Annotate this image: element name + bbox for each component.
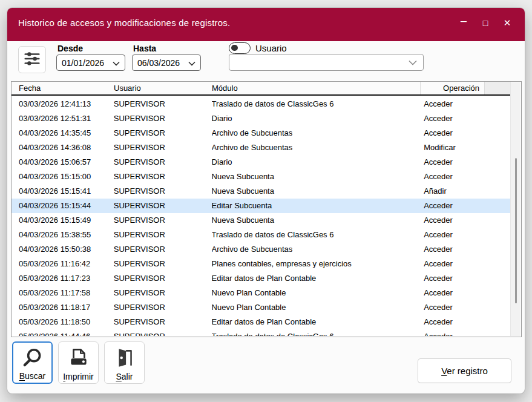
table-cell: SUPERVISOR: [114, 315, 212, 329]
table-cell: Nueva Subcuenta: [212, 213, 420, 228]
table-cell: Acceder: [419, 155, 511, 170]
table-cell: SUPERVISOR: [114, 170, 212, 184]
table-cell: 04/03/2026 15:06:57: [11, 155, 114, 170]
column-header-usuario[interactable]: Usuario: [114, 82, 212, 94]
table-cell: Acceder: [419, 242, 511, 257]
table-row[interactable]: 03/03/2026 12:41:13SUPERVISORTraslado de…: [11, 97, 511, 111]
table-row[interactable]: 04/03/2026 14:36:08SUPERVISORArchivo de …: [11, 140, 511, 155]
search-icon: [21, 347, 44, 372]
table-cell: Acceder: [419, 228, 511, 242]
table-cell: Acceder: [419, 199, 511, 213]
vertical-scrollbar[interactable]: [510, 82, 521, 336]
table-row[interactable]: 04/03/2026 15:15:49SUPERVISORNueva Subcu…: [11, 213, 511, 228]
column-header-operacion[interactable]: Operación: [420, 82, 485, 94]
table-cell: Diario: [212, 111, 420, 126]
table-cell: 05/03/2026 11:44:46: [11, 329, 114, 336]
table-cell: 04/03/2026 15:15:49: [11, 213, 114, 228]
table-row[interactable]: 04/03/2026 15:06:57SUPERVISORDiarioAcced…: [11, 155, 511, 170]
hasta-label: Hasta: [133, 44, 156, 53]
filter-options-button[interactable]: [18, 46, 46, 73]
minimize-button[interactable]: –: [456, 15, 471, 31]
table-cell: 04/03/2026 14:35:45: [11, 126, 114, 140]
ver-registro-button[interactable]: Ver registro: [418, 358, 511, 383]
table-row[interactable]: 04/03/2026 15:15:00SUPERVISORNueva Subcu…: [11, 170, 511, 184]
table-header: Fecha Usuario Módulo Operación: [11, 82, 511, 96]
maximize-button[interactable]: □: [478, 15, 493, 31]
log-table: Fecha Usuario Módulo Operación 03/03/202…: [11, 81, 522, 337]
table-row[interactable]: 04/03/2026 15:15:44SUPERVISOREditar Subc…: [11, 199, 511, 213]
table-row[interactable]: 04/03/2026 14:35:45SUPERVISORArchivo de …: [11, 126, 511, 140]
table-cell: SUPERVISOR: [114, 199, 212, 213]
table-cell: 04/03/2026 15:38:55: [11, 228, 114, 242]
table-cell: Acceder: [419, 300, 511, 315]
table-cell: 05/03/2026 11:17:58: [11, 286, 114, 300]
table-row[interactable]: 03/03/2026 12:51:31SUPERVISORDiarioAcced…: [11, 111, 511, 126]
table-cell: SUPERVISOR: [114, 111, 212, 126]
table-row[interactable]: 05/03/2026 11:18:17SUPERVISORNuevo Plan …: [11, 300, 511, 315]
table-cell: SUPERVISOR: [114, 184, 212, 199]
table-cell: SUPERVISOR: [114, 257, 212, 271]
table-cell: Acceder: [419, 286, 511, 300]
table-cell: Nueva Subcuenta: [212, 184, 420, 199]
table-cell: Nuevo Plan Contable: [212, 300, 420, 315]
desde-date-combobox[interactable]: 01/01/2026: [56, 54, 125, 71]
table-row[interactable]: 05/03/2026 11:17:23SUPERVISOREditar dato…: [11, 271, 511, 286]
table-row[interactable]: 04/03/2026 15:50:38SUPERVISORArchivo de …: [11, 242, 511, 257]
table-cell: Nueva Subcuenta: [212, 170, 420, 184]
column-header-fecha[interactable]: Fecha: [11, 82, 114, 94]
table-body: 03/03/2026 12:41:13SUPERVISORTraslado de…: [11, 97, 511, 336]
table-cell: Acceder: [419, 271, 511, 286]
table-cell: Acceder: [419, 329, 511, 336]
window-controls: – □ ✕: [456, 15, 515, 31]
close-button[interactable]: ✕: [499, 15, 515, 31]
table-cell: Traslado de datos de ClassicGes 6: [212, 228, 420, 242]
usuario-toggle-label: Usuario: [255, 43, 287, 53]
buscar-button[interactable]: Buscar: [12, 341, 53, 384]
table-cell: SUPERVISOR: [114, 329, 212, 336]
table-row[interactable]: 05/03/2026 11:17:58SUPERVISORNuevo Plan …: [11, 286, 511, 300]
table-cell: 04/03/2026 15:15:41: [11, 184, 114, 199]
table-cell: Acceder: [419, 257, 511, 271]
scrollbar-thumb[interactable]: [515, 158, 517, 303]
table-cell: 03/03/2026 12:41:13: [11, 97, 114, 111]
table-row[interactable]: 05/03/2026 11:18:50SUPERVISOREditar dato…: [11, 315, 511, 329]
table-cell: Archivo de Subcuentas: [212, 126, 420, 140]
salir-button[interactable]: Salir: [104, 341, 145, 384]
desde-label: Desde: [57, 44, 83, 53]
table-cell: Acceder: [419, 97, 511, 111]
table-cell: 05/03/2026 11:16:42: [11, 257, 114, 271]
table-cell: Acceder: [419, 213, 511, 228]
table-cell: SUPERVISOR: [114, 286, 212, 300]
table-cell: 04/03/2026 15:15:44: [11, 199, 114, 213]
hasta-date-combobox[interactable]: 06/03/2026: [132, 54, 201, 71]
table-cell: Acceder: [419, 126, 511, 140]
table-row[interactable]: 04/03/2026 15:15:41SUPERVISORNueva Subcu…: [11, 184, 511, 199]
table-row[interactable]: 04/03/2026 15:38:55SUPERVISORTraslado de…: [11, 228, 511, 242]
table-cell: SUPERVISOR: [114, 126, 212, 140]
hasta-value: 06/03/2026: [137, 58, 180, 68]
usuario-toggle[interactable]: [229, 42, 251, 54]
imprimir-button[interactable]: Imprimir: [58, 341, 99, 384]
table-cell: SUPERVISOR: [114, 242, 212, 257]
table-cell: SUPERVISOR: [114, 213, 212, 228]
table-cell: SUPERVISOR: [114, 271, 212, 286]
table-row[interactable]: 05/03/2026 11:16:42SUPERVISORPlanes cont…: [11, 257, 511, 271]
chevron-down-icon: [188, 58, 195, 68]
table-cell: 04/03/2026 14:36:08: [11, 140, 114, 155]
table-cell: Traslado de datos de ClassicGes 6: [212, 329, 420, 336]
table-cell: Modificar: [419, 140, 511, 155]
table-cell: Editar Subcuenta: [212, 199, 420, 213]
table-cell: Archivo de Subcuentas: [212, 242, 420, 257]
sliders-icon: [23, 50, 41, 70]
table-cell: Editar datos de Plan Contable: [212, 315, 420, 329]
column-header-modulo[interactable]: Módulo: [212, 82, 420, 94]
table-cell: Editar datos de Plan Contable: [212, 271, 420, 286]
toggle-knob-icon: [231, 45, 238, 51]
table-cell: 05/03/2026 11:18:17: [11, 300, 114, 315]
table-cell: Traslado de datos de ClassicGes 6: [212, 97, 420, 111]
chevron-down-icon: [409, 58, 417, 67]
table-row[interactable]: 05/03/2026 11:44:46SUPERVISORTraslado de…: [11, 329, 511, 336]
chevron-down-icon: [113, 58, 120, 68]
table-cell: Acceder: [419, 111, 511, 126]
usuario-combobox[interactable]: [229, 54, 424, 71]
